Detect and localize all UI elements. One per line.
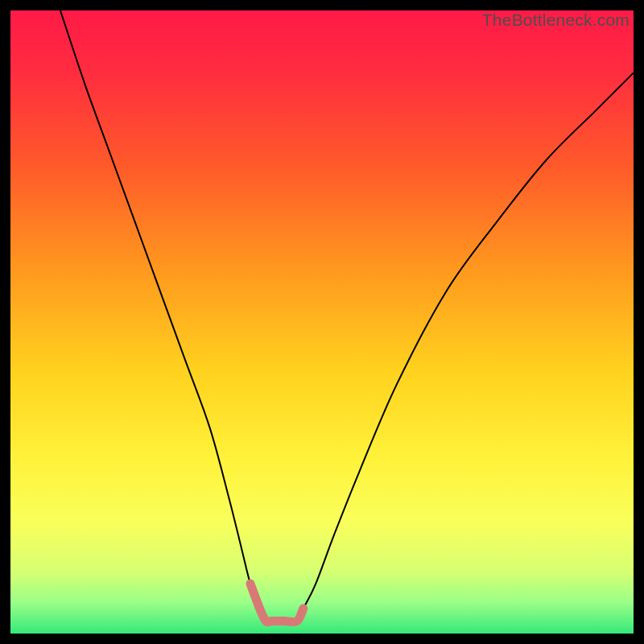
watermark-text: TheBottleneck.com <box>482 10 630 30</box>
plot-area: TheBottleneck.com <box>10 10 634 634</box>
bottleneck-chart-svg <box>10 10 634 634</box>
gradient-background <box>10 10 634 634</box>
chart-stage: TheBottleneck.com <box>0 0 644 644</box>
